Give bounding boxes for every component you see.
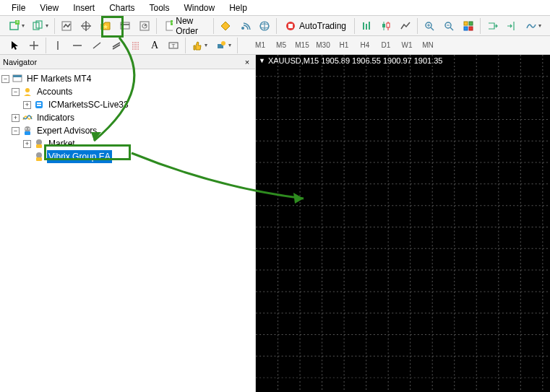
tree-root[interactable]: − HF Markets MT4 xyxy=(1,72,254,85)
zoom-in-button[interactable] xyxy=(421,18,438,34)
navigator-tree: − HF Markets MT4 − Accounts + ICMarketsS… xyxy=(0,69,255,166)
candlestick-button[interactable] xyxy=(377,18,395,34)
expand-icon[interactable]: + xyxy=(23,101,31,109)
accounts-icon xyxy=(22,86,33,97)
indicators-icon xyxy=(525,20,537,32)
expand-icon[interactable]: + xyxy=(12,114,20,122)
zoom-out-button[interactable] xyxy=(440,18,457,34)
new-order-label: New Order xyxy=(176,16,205,36)
tree-indicators-label: Indicators xyxy=(35,111,76,124)
tree-spacer xyxy=(23,153,31,161)
navigator-close-button[interactable]: × xyxy=(242,57,252,67)
vps-button[interactable] xyxy=(256,18,273,34)
menu-window[interactable]: Window xyxy=(177,1,223,14)
profiles-icon xyxy=(33,20,44,32)
svg-line-14 xyxy=(145,25,146,26)
collapse-icon[interactable]: − xyxy=(12,127,20,135)
tile-windows-button[interactable] xyxy=(460,18,477,34)
trendline-button[interactable] xyxy=(88,38,106,53)
collapse-icon[interactable]: − xyxy=(12,88,20,96)
tree-indicators[interactable]: + Indicators xyxy=(1,111,254,124)
tf-m15[interactable]: M15 xyxy=(293,38,311,53)
vertical-line-button[interactable] xyxy=(49,38,66,53)
cursor-icon xyxy=(9,40,20,51)
menu-charts[interactable]: Charts xyxy=(102,1,142,14)
tree-expert-advisors[interactable]: − Expert Advisors xyxy=(1,124,254,137)
bar-chart-button[interactable] xyxy=(358,18,375,34)
tree-account-label: ICMarketsSC-Live33 xyxy=(47,98,130,111)
menu-file[interactable]: File xyxy=(4,1,33,14)
equidistant-channel-button[interactable] xyxy=(108,38,125,53)
signals-icon xyxy=(239,20,251,32)
svg-point-57 xyxy=(221,41,225,45)
arrows-button[interactable] xyxy=(189,38,210,53)
svg-rect-59 xyxy=(13,75,22,77)
svg-point-60 xyxy=(25,88,30,92)
tf-mn[interactable]: MN xyxy=(418,38,437,53)
svg-rect-38 xyxy=(464,22,468,25)
tf-m1[interactable]: M1 xyxy=(251,38,270,53)
drawing-toolbar: A T M1 M5 M15 M30 H1 H4 D1 W1 MN xyxy=(0,36,550,55)
tf-h4[interactable]: H4 xyxy=(356,38,374,53)
navigator-panel: Navigator × − HF Markets MT4 − Accounts … xyxy=(0,55,256,392)
svg-rect-71 xyxy=(36,157,42,161)
signals-button[interactable] xyxy=(236,18,254,34)
tree-account-item[interactable]: + ICMarketsSC-Live33 xyxy=(1,98,254,111)
ea-item-icon xyxy=(33,151,45,162)
shapes-button[interactable] xyxy=(212,38,234,53)
menu-bar: File View Insert Charts Tools Window Hel… xyxy=(0,0,550,16)
menu-tools[interactable]: Tools xyxy=(142,1,177,14)
autotrading-button[interactable]: AutoTrading xyxy=(280,18,351,34)
text-label-button[interactable]: T xyxy=(165,38,182,53)
svg-rect-69 xyxy=(36,144,42,148)
profiles-button[interactable] xyxy=(30,18,51,34)
auto-scroll-icon xyxy=(486,20,498,32)
market-watch-icon xyxy=(61,20,72,32)
crosshair-target-icon xyxy=(80,20,92,32)
auto-scroll-button[interactable] xyxy=(484,18,501,34)
tf-m5[interactable]: M5 xyxy=(272,38,291,53)
svg-line-48 xyxy=(113,43,120,47)
strategy-tester-button[interactable] xyxy=(136,18,153,34)
terminal-button[interactable] xyxy=(116,18,134,34)
svg-line-49 xyxy=(113,45,120,49)
tf-w1[interactable]: W1 xyxy=(398,38,416,53)
svg-text:+: + xyxy=(171,20,173,26)
chart-window[interactable]: ▼ XAUUSD,M15 1905.89 1906.55 1900.97 190… xyxy=(256,55,550,392)
collapse-icon[interactable]: − xyxy=(1,75,9,83)
horizontal-line-button[interactable] xyxy=(69,38,86,53)
line-chart-button[interactable] xyxy=(397,18,414,34)
navigator-button[interactable] xyxy=(97,18,114,34)
svg-rect-62 xyxy=(37,103,41,104)
svg-rect-41 xyxy=(469,27,473,30)
svg-rect-40 xyxy=(464,27,468,30)
expand-icon[interactable]: + xyxy=(23,140,31,148)
text-button[interactable]: A xyxy=(147,38,163,53)
cursor-button[interactable] xyxy=(6,38,23,53)
tf-d1[interactable]: D1 xyxy=(377,38,395,53)
menu-insert[interactable]: Insert xyxy=(66,1,102,14)
navigator-header: Navigator × xyxy=(0,55,255,69)
channel-icon xyxy=(111,40,122,51)
data-window-button[interactable] xyxy=(77,18,95,34)
indicators-list-button[interactable] xyxy=(523,18,544,34)
tf-h1[interactable]: H1 xyxy=(335,38,353,53)
tree-accounts[interactable]: − Accounts xyxy=(1,85,254,98)
meta-quotes-button[interactable] xyxy=(217,18,234,34)
chart-shift-button[interactable] xyxy=(503,18,520,34)
tree-ea-label: Expert Advisors xyxy=(35,124,98,137)
tree-market[interactable]: + Market xyxy=(1,137,254,150)
menu-help[interactable]: Help xyxy=(222,1,254,14)
menu-view[interactable]: View xyxy=(33,1,66,14)
tf-m30[interactable]: M30 xyxy=(314,38,332,53)
tree-selected-ea[interactable]: Vibrix Group EA xyxy=(1,150,254,163)
candlestick-icon xyxy=(380,20,392,32)
fibonacci-button[interactable] xyxy=(127,38,145,53)
svg-rect-28 xyxy=(382,24,385,27)
main-area: Navigator × − HF Markets MT4 − Accounts … xyxy=(0,55,550,392)
new-chart-button[interactable]: + xyxy=(6,18,27,34)
market-watch-button[interactable] xyxy=(58,18,75,34)
new-order-button[interactable]: + New Order xyxy=(160,18,210,34)
crosshair-button[interactable] xyxy=(25,38,43,53)
diamond-icon xyxy=(220,20,231,32)
